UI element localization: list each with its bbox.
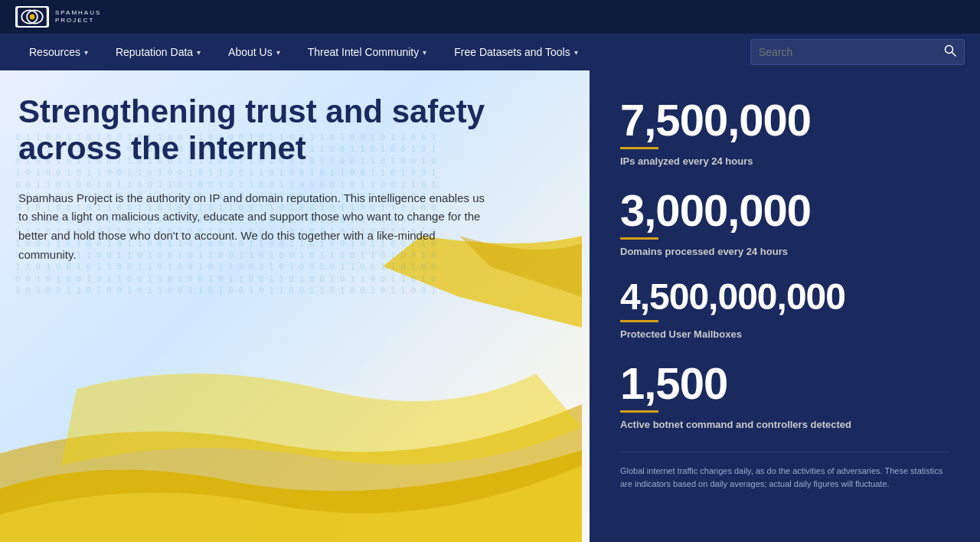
chevron-down-icon: ▾ [276, 48, 280, 57]
stat-block-ips: 7,500,000 IPs analyzed every 24 hours [620, 98, 949, 167]
stat-underline [620, 147, 658, 149]
nav-item-reputation[interactable]: Reputation Data ▾ [102, 34, 214, 70]
stat-block-botnet: 1,500 Active botnet command and controll… [620, 361, 949, 430]
nav-item-threat-intel[interactable]: Threat Intel Community ▾ [294, 34, 441, 70]
stat-underline [620, 320, 658, 322]
search-button[interactable] [944, 44, 956, 60]
nav-item-datasets[interactable]: Free Datasets and Tools ▾ [440, 34, 592, 70]
stats-note: Global internet traffic changes daily, a… [620, 452, 949, 490]
stat-number-botnet: 1,500 [620, 361, 949, 406]
search-input[interactable] [759, 46, 938, 58]
stat-label-domains: Domains processed every 24 hours [620, 246, 949, 257]
svg-line-5 [952, 53, 956, 57]
logo[interactable]: SPAMHAUS PROJECT [15, 6, 101, 28]
nav-item-resources[interactable]: Resources ▾ [15, 34, 102, 70]
stat-number-ips: 7,500,000 [620, 98, 949, 142]
chevron-down-icon: ▾ [84, 48, 88, 57]
logo-text: SPAMHAUS PROJECT [55, 9, 101, 24]
stat-underline [620, 410, 658, 413]
svg-point-3 [30, 15, 35, 20]
stat-number-domains: 3,000,000 [620, 188, 949, 233]
chevron-down-icon: ▾ [197, 48, 201, 57]
nav-item-about[interactable]: About Us ▾ [214, 34, 294, 70]
hero-content: Strengthening trust and safety across th… [18, 93, 516, 265]
stat-underline [620, 237, 658, 240]
stat-block-domains: 3,000,000 Domains processed every 24 hou… [620, 188, 949, 257]
stat-label-mailboxes: Protected User Mailboxes [620, 328, 949, 340]
topbar: SPAMHAUS PROJECT [0, 0, 980, 34]
stat-label-ips: IPs analyzed every 24 hours [620, 155, 949, 167]
hero-description: Spamhaus Project is the authority on IP … [18, 189, 485, 265]
search-box[interactable] [750, 39, 965, 65]
stat-number-mailboxes: 4,500,000,000 [620, 279, 949, 315]
hero-section: 0 1 1 0 0 1 1 0 1 0 0 1 0 1 1 0 0 1 1 0 … [0, 70, 980, 542]
chevron-down-icon: ▾ [423, 48, 426, 57]
chevron-down-icon: ▾ [574, 48, 578, 57]
logo-icon [15, 6, 49, 28]
stat-label-botnet: Active botnet command and controllers de… [620, 419, 949, 430]
hero-title: Strengthening trust and safety across th… [18, 93, 516, 168]
stat-block-mailboxes: 4,500,000,000 Protected User Mailboxes [620, 279, 949, 340]
navbar: Resources ▾ Reputation Data ▾ About Us ▾… [0, 34, 980, 70]
stats-panel: 7,500,000 IPs analyzed every 24 hours 3,… [590, 70, 980, 542]
